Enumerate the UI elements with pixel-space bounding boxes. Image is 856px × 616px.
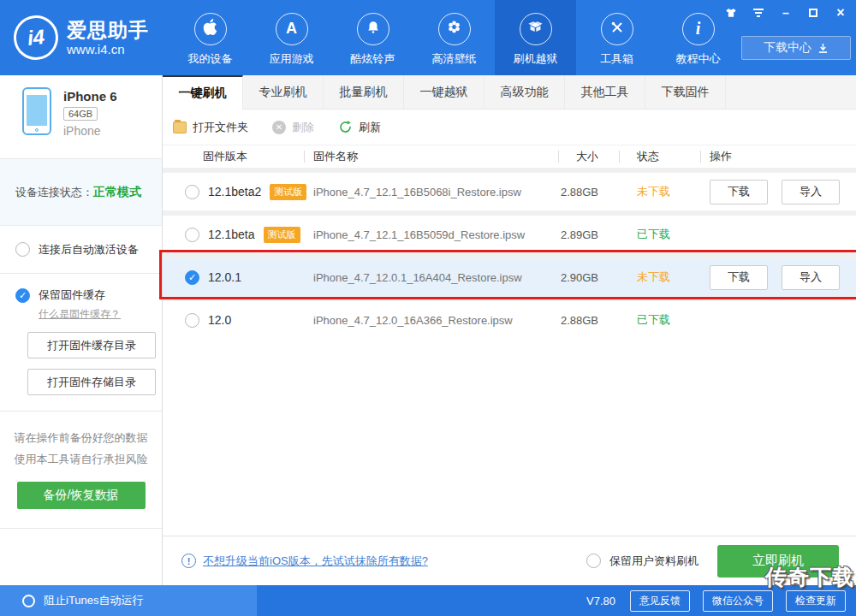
refresh-tool[interactable]: 刷新 (338, 120, 381, 135)
nav-item[interactable]: 我的设备 (169, 0, 251, 75)
firmware-size: 2.89GB (547, 228, 598, 241)
minimize-button[interactable]: – (779, 7, 793, 19)
nav-item-label: 刷机越狱 (514, 51, 558, 67)
tab-bar: 一键刷机 专业刷机 批量刷机 一键越狱 高级功能 其他工具 下载固件 (163, 75, 856, 110)
version-cell: 12.0 (185, 313, 313, 328)
column-version: 固件版本 (185, 149, 313, 164)
maximize-button[interactable] (806, 7, 820, 19)
nav-icon-circle: A (276, 13, 308, 45)
info-icon: ! (181, 554, 196, 568)
firmware-size: 2.90GB (547, 271, 598, 284)
nav-item[interactable]: 工具箱 (576, 0, 657, 75)
column-status: 状态 (598, 149, 687, 164)
tab[interactable]: 其他工具 (565, 75, 645, 109)
block-itunes-label: 阻止iTunes自动运行 (44, 593, 144, 608)
tab[interactable]: 批量刷机 (324, 75, 404, 109)
column-name: 固件名称 (313, 149, 547, 164)
nav-icon-circle (357, 13, 389, 45)
statusbar-button[interactable]: 微信公众号 (703, 590, 773, 612)
keep-user-data-radio[interactable] (586, 554, 601, 568)
app-url: www.i4.cn (67, 42, 149, 56)
download-button[interactable]: 下载 (710, 180, 768, 204)
device-name: iPhone 6 (63, 89, 117, 104)
open-folder-label: 打开文件夹 (193, 120, 248, 135)
firmware-row[interactable]: 12.1beta 测试版 iPhone_4.7_12.1_16B5059d_Re… (163, 210, 856, 253)
import-button[interactable]: 导入 (782, 180, 840, 204)
header-separator (619, 151, 620, 163)
firmware-row[interactable]: 12.0.1 iPhone_4.7_12.0.1_16A404_Restore.… (163, 253, 856, 296)
nav-icon-circle (520, 13, 552, 45)
skin-icon[interactable] (724, 7, 738, 19)
status-badge: 已下载 (598, 312, 687, 328)
content-spacer (163, 339, 856, 536)
row-radio[interactable] (185, 270, 199, 285)
toolbox-icon (609, 20, 625, 38)
open-folder-tool[interactable]: 打开文件夹 (173, 120, 248, 135)
statusbar-button[interactable]: 意见反馈 (630, 590, 690, 612)
erase-tip-link[interactable]: 不想升级当前iOS版本，先试试抹除所有数据? (203, 554, 428, 569)
version-text: 12.0.1 (208, 270, 241, 284)
auto-activate-radio[interactable] (15, 242, 30, 257)
backup-warning: 请在操作前备份好您的数据 使用本工具请自行承担风险 备份/恢复数据 (0, 412, 162, 528)
main-nav: 我的设备 A 应用游戏 酷炫铃声 (169, 0, 739, 75)
beta-badge: 测试版 (264, 227, 300, 243)
i4-logo-icon: i4 (11, 13, 60, 62)
connection-label: 设备连接状态： (15, 185, 93, 200)
jailbreak-box-icon (527, 19, 544, 38)
app-version: V7.80 (586, 595, 615, 607)
row-radio[interactable] (185, 185, 199, 199)
status-badge: 未下载 (598, 184, 687, 199)
keep-cache-label: 保留固件缓存 (39, 287, 105, 303)
firmware-list: 12.1beta2 测试版 iPhone_4.7_12.1_16B5068i_R… (163, 168, 856, 339)
open-cache-dir-button[interactable]: 打开固件缓存目录 (27, 332, 156, 358)
minimize-to-tray-icon[interactable] (752, 7, 765, 19)
keep-cache-checkbox[interactable] (15, 288, 30, 303)
column-ops: 操作 (687, 149, 840, 164)
info-icon: i (696, 19, 701, 38)
beta-badge: 测试版 (270, 184, 306, 200)
version-cell: 12.1beta 测试版 (185, 227, 313, 243)
header-separator (304, 151, 305, 163)
nav-icon-circle (438, 13, 471, 45)
import-button[interactable]: 导入 (782, 265, 840, 290)
download-button[interactable]: 下载 (710, 265, 768, 290)
device-capacity-badge: 64GB (63, 107, 98, 121)
tab[interactable]: 下载固件 (645, 75, 726, 109)
statusbar-button[interactable]: 检查更新 (786, 590, 846, 612)
backup-restore-button[interactable]: 备份/恢复数据 (17, 482, 146, 509)
tab[interactable]: 专业刷机 (243, 75, 324, 109)
toolbar: 打开文件夹 ✕ 删除 刷新 (163, 110, 856, 145)
folder-icon (173, 121, 187, 133)
nav-item[interactable]: A 应用游戏 (251, 0, 332, 75)
row-radio[interactable] (185, 228, 199, 242)
row-radio[interactable] (185, 313, 199, 328)
refresh-icon (338, 120, 353, 134)
block-itunes-row[interactable]: 阻止iTunes自动运行 (0, 585, 257, 616)
firmware-cache-section: 保留固件缓存 什么是固件缓存？ 打开固件缓存目录 打开固件存储目录 (0, 274, 162, 412)
iphone-icon (22, 87, 51, 135)
auto-activate-label: 连接后自动激活设备 (39, 242, 139, 258)
cache-help-link[interactable]: 什么是固件缓存？ (39, 307, 162, 322)
status-badge: 已下载 (598, 227, 687, 242)
delete-tool[interactable]: ✕ 删除 (272, 120, 314, 135)
tab[interactable]: 高级功能 (484, 75, 565, 109)
block-itunes-radio[interactable] (22, 595, 35, 607)
tab[interactable]: 一键越狱 (404, 75, 484, 109)
version-text: 12.1beta (208, 228, 255, 241)
open-storage-dir-button[interactable]: 打开固件存储目录 (27, 369, 156, 395)
app-logo: i4 爱思助手 www.i4.cn (0, 0, 169, 75)
tab[interactable]: 一键刷机 (163, 75, 243, 110)
firmware-row[interactable]: 12.1beta2 测试版 iPhone_4.7_12.1_16B5068i_R… (163, 168, 856, 210)
download-center-button[interactable]: 下载中心 (741, 36, 851, 60)
version-text: 12.0 (208, 313, 231, 327)
nav-item-label: 应用游戏 (270, 51, 314, 67)
close-button[interactable]: × (834, 7, 847, 19)
version-cell: 12.1beta2 测试版 (185, 184, 313, 200)
nav-item[interactable]: 高清壁纸 (413, 0, 495, 75)
firmware-row[interactable]: 12.0 iPhone_4.7_12.0_16A366_Restore.ipsw… (163, 296, 856, 339)
auto-activate-row[interactable]: 连接后自动激活设备 (0, 226, 162, 274)
apple-icon (202, 19, 218, 38)
nav-item[interactable]: 刷机越狱 (495, 0, 576, 75)
statusbar-buttons: 意见反馈 微信公众号 检查更新 (630, 590, 846, 612)
nav-item[interactable]: 酷炫铃声 (332, 0, 413, 75)
